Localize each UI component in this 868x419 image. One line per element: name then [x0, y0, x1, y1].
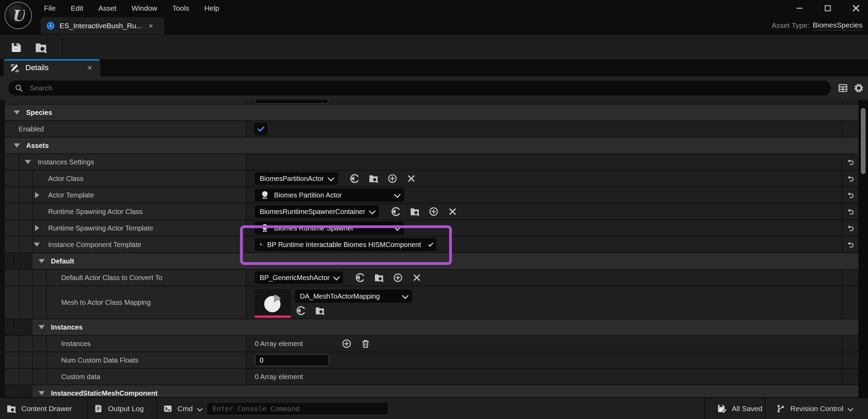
details-search-row [0, 76, 868, 100]
browse-to-asset-button[interactable] [373, 272, 385, 283]
content-drawer-label: Content Drawer [21, 405, 72, 413]
property-row-enabled: Enabled [0, 121, 868, 138]
create-new-button[interactable] [428, 206, 440, 217]
property-label: Actor Class [48, 175, 83, 183]
use-selected-asset-button[interactable] [390, 206, 402, 217]
create-new-button[interactable] [392, 272, 404, 283]
browse-to-asset-button[interactable] [368, 173, 379, 184]
menu-help[interactable]: Help [204, 4, 219, 12]
content-drawer-button[interactable]: Content Drawer [6, 398, 72, 419]
browse-to-asset-button[interactable] [33, 40, 49, 55]
expand-arrow-icon[interactable] [25, 160, 31, 164]
search-input[interactable] [29, 84, 827, 93]
menu-asset[interactable]: Asset [98, 4, 117, 12]
unreal-logo-icon[interactable]: U [6, 3, 31, 28]
browse-to-asset-button[interactable] [314, 305, 326, 316]
close-window-button[interactable] [850, 2, 862, 14]
asset-type-value[interactable]: BiomesSpecies [813, 21, 862, 30]
menu-window[interactable]: Window [132, 4, 158, 12]
dropdown-value: DA_MeshToActorMapping [300, 292, 380, 300]
scrollbar-track[interactable] [859, 100, 867, 397]
use-selected-asset-button[interactable] [349, 173, 360, 184]
runtime-spawning-actor-template-dropdown[interactable]: Biomes Runtime Spawner [255, 222, 404, 235]
property-row-mesh-to-actor-class-mapping: Mesh to Actor Class Mapping DA_MeshToAct… [0, 286, 868, 319]
console-command-input[interactable] [212, 404, 383, 413]
runtime-spawning-actor-class-dropdown[interactable]: BiomesRuntimeSpawnerContainer [255, 205, 379, 218]
clear-button[interactable] [405, 173, 417, 184]
minimize-button[interactable] [794, 2, 805, 14]
category-row-species[interactable]: Species [0, 105, 868, 121]
display-filter-icon[interactable] [837, 82, 849, 94]
chevron-down-icon [402, 292, 409, 299]
maximize-button[interactable] [822, 2, 834, 14]
reset-to-default-button[interactable] [845, 222, 856, 234]
asset-tab[interactable]: ES_InteractiveBush_Ru... [41, 17, 164, 34]
console-command-field[interactable] [206, 402, 389, 416]
reset-to-default-button[interactable] [845, 156, 856, 168]
num-custom-data-floats-input[interactable] [255, 354, 329, 366]
dropdown-value: Biomes Partition Actor [274, 191, 342, 199]
menu-file[interactable]: File [44, 4, 56, 12]
subcategory-row-instances[interactable]: Instances [0, 319, 868, 336]
save-button[interactable] [8, 40, 24, 55]
asset-tab-close-icon[interactable] [147, 22, 155, 30]
expand-arrow-icon[interactable] [39, 325, 45, 329]
property-label: Num Custom Data Floats [61, 356, 139, 364]
reset-to-default-button[interactable] [845, 239, 856, 250]
reset-to-default-button[interactable] [845, 206, 856, 217]
browse-to-asset-button[interactable] [409, 206, 421, 217]
toolbar [0, 34, 868, 60]
menu-edit[interactable]: Edit [71, 4, 83, 12]
create-new-button[interactable] [387, 173, 398, 184]
reset-to-default-button[interactable] [845, 189, 856, 201]
expand-arrow-icon[interactable] [14, 143, 20, 148]
default-actor-class-dropdown[interactable]: BP_GenericMeshActor [255, 271, 343, 284]
mesh-mapping-dropdown[interactable]: DA_MeshToActorMapping [295, 290, 412, 303]
output-log-button[interactable]: Output Log [94, 398, 144, 419]
property-row-runtime-spawning-actor-class: Runtime Spawning Actor Class BiomesRunti… [0, 204, 868, 220]
asset-tab-label: ES_InteractiveBush_Ru... [59, 22, 142, 30]
details-tab-close-icon[interactable] [85, 63, 94, 72]
use-selected-asset-button[interactable] [354, 272, 366, 283]
terminal-icon [163, 404, 173, 413]
array-count-text: 0 Array element [255, 340, 303, 348]
subcategory-row-default[interactable]: Default [0, 253, 868, 270]
expand-arrow-icon[interactable] [35, 225, 39, 231]
enabled-checkbox[interactable] [255, 123, 267, 135]
revision-control-button[interactable]: Revision Control [776, 398, 853, 419]
data-asset-pie-icon [262, 293, 283, 314]
property-label: Instances Settings [38, 158, 94, 166]
settings-gear-icon[interactable] [853, 82, 865, 94]
all-saved-button[interactable]: All Saved [717, 398, 762, 419]
reset-to-default-button[interactable] [845, 173, 856, 184]
statusbar-separator [765, 398, 766, 419]
actor-template-dropdown[interactable]: Biomes Partition Actor [255, 189, 404, 202]
search-field[interactable] [8, 80, 831, 96]
expand-arrow-icon[interactable] [39, 259, 45, 263]
clipped-input-field[interactable] [254, 100, 329, 104]
instance-component-template-dropdown[interactable]: BP Runtime Interactable Biomes HISMCompo… [255, 238, 436, 251]
window-edge [866, 100, 868, 397]
subcategory-row-instanced-static-mesh-component[interactable]: InstancedStaticMeshComponent [0, 385, 868, 397]
category-row-assets[interactable]: Assets [0, 138, 868, 154]
use-selected-asset-button[interactable] [295, 305, 307, 316]
panel-tab-bar: Details [0, 59, 868, 76]
expand-arrow-icon[interactable] [39, 391, 45, 395]
add-array-element-button[interactable] [341, 338, 352, 350]
actor-class-dropdown[interactable]: BiomesPartitionActor [255, 172, 338, 185]
scrollbar-thumb[interactable] [861, 108, 866, 174]
cmd-dropdown-button[interactable]: Cmd [163, 398, 202, 419]
tab-details[interactable]: Details [3, 59, 100, 76]
expand-arrow-icon[interactable] [35, 192, 39, 198]
clear-button[interactable] [447, 206, 458, 217]
menu-tools[interactable]: Tools [172, 4, 189, 12]
expand-arrow-icon[interactable] [14, 110, 20, 115]
revision-control-label: Revision Control [790, 405, 843, 413]
chevron-down-icon [394, 191, 401, 198]
asset-thumbnail[interactable] [254, 289, 291, 318]
asset-icon [46, 21, 55, 30]
expand-arrow-icon[interactable] [34, 243, 40, 247]
empty-array-button[interactable] [360, 338, 371, 350]
asset-tab-bar: ES_InteractiveBush_Ru... Asset Type: Bio… [0, 17, 868, 34]
clear-button[interactable] [411, 272, 423, 283]
